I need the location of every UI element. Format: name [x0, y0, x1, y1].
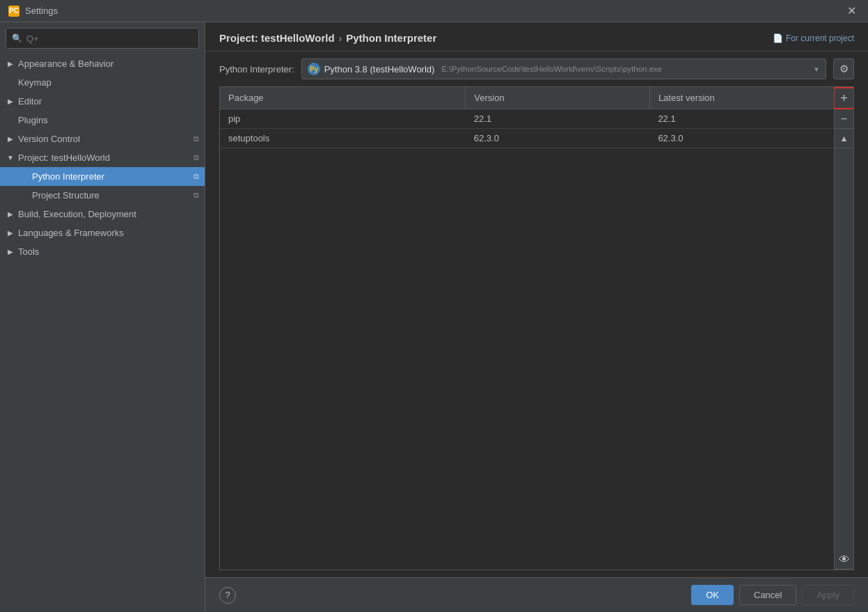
- add-package-button[interactable]: +: [835, 88, 854, 108]
- sidebar-item-editor[interactable]: Editor: [0, 92, 205, 111]
- upgrade-package-button[interactable]: ▲: [835, 129, 854, 148]
- svg-text:Py: Py: [310, 65, 319, 73]
- content-area: Project: testHelloWorld › Python Interpr…: [205, 22, 868, 612]
- package-version: 22.1: [466, 109, 650, 129]
- package-table: Package Version Latest version pip 22.1 …: [220, 87, 834, 148]
- col-package: Package: [220, 87, 466, 109]
- spacer: [6, 116, 15, 125]
- package-version: 62.3.0: [466, 129, 650, 148]
- arrow-icon: [6, 153, 15, 163]
- content-header: Project: testHelloWorld › Python Interpr…: [205, 22, 868, 52]
- interpreter-select-left: Py Python 3.8 (testHelloWorld) E:\Python…: [308, 63, 663, 75]
- plus-icon: +: [840, 91, 848, 106]
- interpreter-name: Python 3.8 (testHelloWorld): [324, 64, 435, 74]
- bottom-right: OK Cancel Apply: [691, 585, 854, 605]
- sidebar-item-keymap[interactable]: Keymap: [0, 73, 205, 92]
- copy-icon: ⧉: [194, 191, 199, 200]
- sidebar-item-label: Build, Execution, Deployment: [18, 209, 136, 219]
- remove-package-button[interactable]: −: [835, 109, 854, 129]
- table-row[interactable]: setuptools 62.3.0 62.3.0: [220, 129, 834, 148]
- sidebar-item-label: Plugins: [18, 115, 48, 125]
- sidebar-item-project[interactable]: Project: testHelloWorld ⧉: [0, 148, 205, 167]
- col-version: Version: [466, 87, 650, 109]
- search-icon: 🔍: [12, 33, 22, 43]
- window-title: Settings: [25, 6, 58, 16]
- sidebar-item-label: Tools: [18, 246, 39, 257]
- python-icon: Py: [308, 63, 320, 75]
- ok-button[interactable]: OK: [691, 585, 734, 605]
- title-bar-left: PC Settings: [8, 6, 58, 17]
- sidebar-item-label: Keymap: [18, 77, 52, 88]
- add-btn-highlight: +: [833, 87, 855, 109]
- table-row[interactable]: pip 22.1 22.1: [220, 109, 834, 129]
- sidebar: 🔍 Appearance & Behavior Keymap Editor Pl…: [0, 22, 205, 612]
- sidebar-search-container[interactable]: 🔍: [6, 28, 199, 49]
- dropdown-arrow-icon: ▼: [813, 65, 820, 73]
- sidebar-item-build[interactable]: Build, Execution, Deployment: [0, 205, 205, 223]
- sidebar-item-project-structure[interactable]: Project Structure ⧉: [0, 186, 205, 205]
- breadcrumb-separator: ›: [339, 33, 342, 44]
- arrow-icon: [6, 97, 15, 107]
- interpreter-path: E:\PythonSourceCode\testHelloWorld\venv\…: [441, 65, 662, 73]
- sidebar-item-languages[interactable]: Languages & Frameworks: [0, 223, 205, 242]
- sidebar-item-tools[interactable]: Tools: [0, 242, 205, 261]
- copy-icon: ⧉: [194, 172, 199, 181]
- package-area: Package Version Latest version pip 22.1 …: [219, 86, 854, 570]
- eye-icon: 👁: [839, 554, 850, 566]
- interpreter-select[interactable]: Py Python 3.8 (testHelloWorld) E:\Python…: [301, 58, 826, 79]
- sidebar-item-python-interpreter[interactable]: Python Interpreter ⧉: [0, 167, 205, 186]
- minus-icon: −: [841, 113, 847, 125]
- sidebar-item-label: Project Structure: [32, 190, 100, 201]
- close-button[interactable]: ✕: [843, 3, 860, 19]
- breadcrumb: Project: testHelloWorld › Python Interpr…: [219, 32, 436, 44]
- interpreter-label: Python Interpreter:: [219, 64, 294, 74]
- search-input[interactable]: [26, 33, 193, 44]
- for-current-project: 📄 For current project: [773, 33, 854, 43]
- copy-icon: ⧉: [194, 134, 199, 143]
- table-container: Package Version Latest version pip 22.1 …: [220, 87, 834, 570]
- package-name: pip: [220, 109, 466, 129]
- side-actions: + − ▲ 👁: [834, 87, 853, 570]
- package-latest: 22.1: [649, 109, 834, 129]
- copy-icon: ⧉: [194, 153, 199, 162]
- cancel-button[interactable]: Cancel: [739, 585, 796, 605]
- arrow-icon: [6, 228, 15, 238]
- up-arrow-icon: ▲: [840, 134, 849, 143]
- sidebar-item-version-control[interactable]: Version Control ⧉: [0, 130, 205, 148]
- col-latest: Latest version: [649, 87, 834, 109]
- interpreter-bar: Python Interpreter: Py Python 3.8 (testH…: [205, 52, 868, 86]
- sidebar-item-label: Project: testHelloWorld: [18, 152, 110, 163]
- sidebar-item-label: Editor: [18, 96, 42, 107]
- sidebar-item-label: Python Interpreter: [32, 171, 104, 182]
- table-header-row: Package Version Latest version: [220, 87, 834, 109]
- app-icon: PC: [8, 6, 19, 17]
- gear-button[interactable]: ⚙: [833, 58, 854, 79]
- for-current-project-label: For current project: [786, 33, 854, 43]
- show-details-button[interactable]: 👁: [835, 550, 854, 570]
- bottom-left: ?: [219, 587, 236, 604]
- sidebar-item-plugins[interactable]: Plugins: [0, 111, 205, 130]
- bottom-bar: ? OK Cancel Apply: [205, 577, 868, 612]
- sidebar-item-label: Version Control: [18, 134, 80, 144]
- help-button[interactable]: ?: [219, 587, 236, 604]
- breadcrumb-page: Python Interpreter: [346, 32, 436, 44]
- title-bar: PC Settings ✕: [0, 0, 868, 22]
- package-name: setuptools: [220, 129, 466, 148]
- breadcrumb-project: Project: testHelloWorld: [219, 32, 335, 44]
- arrow-icon: [6, 247, 15, 257]
- document-icon: 📄: [773, 33, 783, 43]
- sidebar-item-label: Languages & Frameworks: [18, 228, 124, 238]
- arrow-icon: [6, 134, 15, 144]
- apply-button: Apply: [802, 585, 854, 605]
- arrow-icon: [6, 210, 15, 219]
- sidebar-item-appearance[interactable]: Appearance & Behavior: [0, 54, 205, 73]
- spacer: [6, 78, 15, 88]
- sidebar-item-label: Appearance & Behavior: [18, 58, 113, 69]
- main-layout: 🔍 Appearance & Behavior Keymap Editor Pl…: [0, 22, 868, 612]
- arrow-icon: [6, 59, 15, 69]
- package-latest: 62.3.0: [649, 129, 834, 148]
